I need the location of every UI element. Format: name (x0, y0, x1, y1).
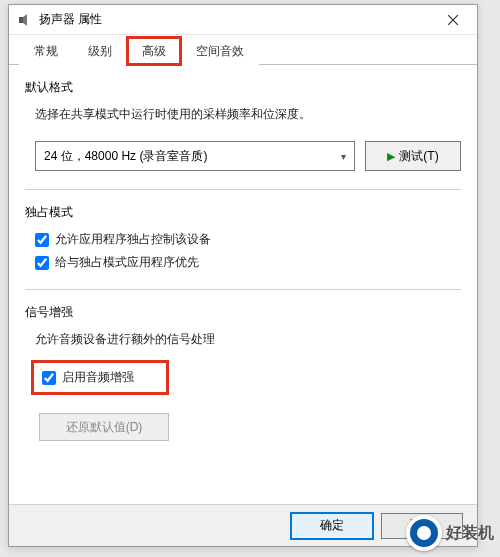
tab-general[interactable]: 常规 (19, 37, 73, 65)
exclusive-priority-row[interactable]: 给与独占模式应用程序优先 (35, 254, 461, 271)
tab-advanced[interactable]: 高级 (127, 37, 181, 65)
exclusive-priority-checkbox[interactable] (35, 256, 49, 270)
signal-enhance-title: 信号增强 (25, 304, 461, 321)
test-button[interactable]: ▶ 测试(T) (365, 141, 461, 171)
tab-row: 常规 级别 高级 空间音效 (9, 35, 477, 65)
tab-content: 默认格式 选择在共享模式中运行时使用的采样频率和位深度。 24 位，48000 … (9, 65, 477, 505)
allow-exclusive-control-label: 允许应用程序独占控制该设备 (55, 231, 211, 248)
group-default-format: 默认格式 选择在共享模式中运行时使用的采样频率和位深度。 24 位，48000 … (25, 79, 461, 171)
tab-levels[interactable]: 级别 (73, 37, 127, 65)
default-format-title: 默认格式 (25, 79, 461, 96)
watermark: 好装机 (406, 515, 494, 551)
enable-audio-enhance-label: 启用音频增强 (62, 369, 134, 386)
enable-audio-enhance-checkbox[interactable] (42, 371, 56, 385)
chevron-down-icon: ▾ (341, 151, 346, 162)
default-format-desc: 选择在共享模式中运行时使用的采样频率和位深度。 (35, 106, 461, 123)
tab-spatial[interactable]: 空间音效 (181, 37, 259, 65)
test-button-label: 测试(T) (399, 148, 438, 165)
speaker-icon (17, 12, 33, 28)
format-select-value: 24 位，48000 Hz (录音室音质) (44, 148, 207, 165)
group-signal-enhance: 信号增强 允许音频设备进行额外的信号处理 启用音频增强 (25, 304, 461, 395)
allow-exclusive-control-row[interactable]: 允许应用程序独占控制该设备 (35, 231, 461, 248)
window-title: 扬声器 属性 (39, 11, 433, 28)
ok-button[interactable]: 确定 (291, 513, 373, 539)
watermark-logo-icon (406, 515, 442, 551)
play-icon: ▶ (387, 150, 395, 163)
svg-marker-1 (23, 14, 27, 26)
watermark-text: 好装机 (446, 523, 494, 544)
format-row: 24 位，48000 Hz (录音室音质) ▾ ▶ 测试(T) (35, 141, 461, 171)
svg-rect-0 (19, 17, 23, 23)
speaker-properties-dialog: 扬声器 属性 常规 级别 高级 空间音效 默认格式 选择在共享模式中运行时使用的… (8, 4, 478, 547)
group-exclusive-mode: 独占模式 允许应用程序独占控制该设备 给与独占模式应用程序优先 (25, 204, 461, 271)
divider (25, 289, 461, 290)
allow-exclusive-control-checkbox[interactable] (35, 233, 49, 247)
titlebar: 扬声器 属性 (9, 5, 477, 35)
format-select[interactable]: 24 位，48000 Hz (录音室音质) ▾ (35, 141, 355, 171)
enable-audio-enhance-row[interactable]: 启用音频增强 (31, 360, 169, 395)
close-button[interactable] (433, 6, 473, 34)
signal-enhance-desc: 允许音频设备进行额外的信号处理 (35, 331, 461, 348)
restore-defaults-button: 还原默认值(D) (39, 413, 169, 441)
exclusive-priority-label: 给与独占模式应用程序优先 (55, 254, 199, 271)
close-icon (448, 15, 458, 25)
exclusive-mode-title: 独占模式 (25, 204, 461, 221)
divider (25, 189, 461, 190)
